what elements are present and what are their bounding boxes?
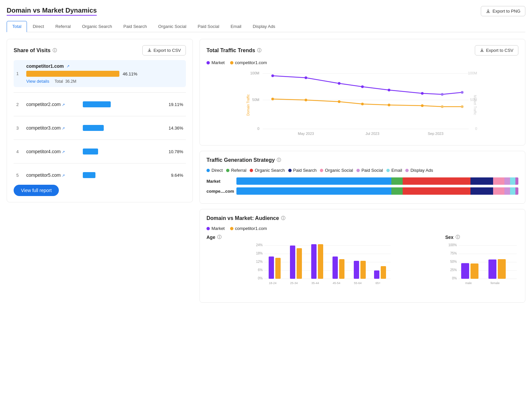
svg-text:25-34: 25-34: [290, 281, 298, 285]
ext-icon[interactable]: ↗: [62, 103, 65, 107]
strategy-legend-label: Organic Social: [325, 168, 353, 173]
svg-text:18%: 18%: [256, 252, 263, 255]
export-icon: [486, 9, 490, 14]
svg-rect-53: [360, 261, 366, 279]
strategy-segment: [391, 177, 403, 185]
view-details-link[interactable]: View details: [26, 79, 49, 84]
strategy-legend-label: Referral: [231, 168, 246, 173]
audience-title: Domain vs Market: Audience: [206, 215, 279, 221]
strategy-legend-label: Display Ads: [410, 168, 433, 173]
strategy-segment: [470, 187, 493, 195]
svg-text:Market Traffic: Market Traffic: [473, 95, 477, 115]
audience-legend-item-competitor1.com: competitor1.com: [230, 226, 267, 231]
strategy-dot: [250, 169, 253, 172]
tab-display-ads[interactable]: Display Ads: [247, 21, 281, 32]
svg-point-25: [441, 105, 444, 108]
svg-rect-50: [339, 259, 344, 279]
external-link-icon[interactable]: ↗: [66, 64, 69, 68]
ext-icon[interactable]: ↗: [62, 150, 65, 154]
svg-text:0: 0: [257, 127, 259, 131]
strategy-row-label: Market: [206, 179, 233, 184]
svg-rect-44: [297, 248, 302, 279]
strategy-legend-item-Display Ads: Display Ads: [405, 168, 433, 173]
strategy-legend-item-Paid Search: Paid Search: [288, 168, 317, 173]
tab-referral[interactable]: Referral: [50, 21, 76, 32]
strategy-dot: [356, 169, 360, 172]
strategy-segment: [510, 177, 516, 185]
trends-legend: Marketcompetitor1.com: [206, 60, 518, 65]
svg-text:0: 0: [475, 127, 477, 131]
strategy-info-icon[interactable]: ⓘ: [277, 157, 281, 163]
share-domain: competitor3.com ↗: [26, 125, 79, 131]
svg-rect-72: [498, 259, 506, 279]
age-chart: Age ⓘ 24% 18% 12% 6% 0%: [206, 234, 439, 296]
sex-info-icon[interactable]: ⓘ: [456, 234, 460, 240]
strategy-dot: [386, 169, 390, 172]
traffic-strategy-card: Traffic Generation Strategy ⓘ DirectRefe…: [200, 151, 525, 204]
share-info-icon[interactable]: ⓘ: [53, 48, 57, 53]
strategy-segment: [493, 177, 504, 185]
age-info-icon[interactable]: ⓘ: [217, 234, 221, 240]
strategy-bars: Marketcompe....com: [206, 177, 518, 195]
svg-text:6%: 6%: [258, 268, 263, 272]
export-png-button[interactable]: Export to PNG: [481, 6, 525, 16]
strategy-legend-label: Organic Search: [255, 168, 285, 173]
svg-text:Sep 2023: Sep 2023: [428, 132, 443, 136]
tab-direct[interactable]: Direct: [27, 21, 50, 32]
svg-point-15: [388, 89, 390, 91]
svg-text:May 2023: May 2023: [298, 132, 314, 136]
strategy-legend-label: Paid Social: [361, 168, 383, 173]
traffic-export-csv-button[interactable]: Export to CSV: [475, 45, 518, 55]
strategy-segment: [493, 187, 504, 195]
strategy-legend-label: Paid Search: [293, 168, 317, 173]
audience-dot: [206, 227, 210, 230]
strategy-legend-label: Direct: [211, 168, 223, 173]
share-pct: 19.11%: [165, 102, 183, 107]
strategy-legend-item-Referral: Referral: [226, 168, 246, 173]
audience-legend-label: competitor1.com: [235, 226, 267, 231]
share-export-csv-button[interactable]: Export to CSV: [142, 45, 186, 55]
ext-icon[interactable]: ↗: [62, 173, 65, 177]
tab-paid-search[interactable]: Paid Search: [118, 21, 153, 32]
strategy-segment: [504, 187, 510, 195]
tab-total[interactable]: Total: [7, 21, 27, 32]
traffic-trends-info-icon[interactable]: ⓘ: [257, 48, 261, 53]
share-domain: competitor1.com: [26, 63, 64, 69]
tab-organic-search[interactable]: Organic Search: [76, 21, 118, 32]
svg-rect-49: [332, 257, 338, 279]
sex-chart: Sex ⓘ 100% 75% 50% 25% 0%: [445, 234, 518, 296]
share-of-visits-title: Share of Visits: [14, 48, 51, 53]
age-bar-chart: 24% 18% 12% 6% 0%: [206, 242, 439, 295]
svg-text:100M: 100M: [250, 71, 259, 75]
svg-rect-52: [354, 261, 359, 279]
svg-rect-71: [488, 259, 496, 279]
share-rank: 4: [16, 149, 23, 154]
strategy-segment: [504, 177, 510, 185]
traffic-trends-chart: 100M 50M 0 100M 50M 0 Domain Traffic Mar…: [206, 68, 518, 138]
tab-email[interactable]: Email: [225, 21, 247, 32]
tab-organic-social[interactable]: Organic Social: [153, 21, 192, 32]
svg-rect-69: [470, 263, 478, 279]
svg-text:Jul 2023: Jul 2023: [365, 132, 379, 136]
legend-item-Market: Market: [206, 60, 225, 65]
legend-dot: [230, 61, 233, 64]
svg-point-19: [271, 98, 274, 100]
svg-text:female: female: [490, 281, 499, 285]
share-rank: 2: [16, 102, 23, 107]
tab-paid-social[interactable]: Paid Social: [192, 21, 225, 32]
view-full-report-button[interactable]: View full report: [14, 185, 59, 196]
audience-info-icon[interactable]: ⓘ: [281, 215, 285, 221]
legend-dot: [206, 61, 210, 64]
svg-text:12%: 12%: [256, 260, 263, 263]
svg-rect-68: [461, 263, 469, 279]
traffic-strategy-title: Traffic Generation Strategy: [206, 157, 275, 163]
svg-text:50%: 50%: [450, 260, 457, 263]
ext-icon[interactable]: ↗: [62, 126, 65, 130]
share-of-visits-card: Share of Visits ⓘ Export to CSV 1 compet…: [7, 39, 193, 202]
sex-bar-chart: 100% 75% 50% 25% 0%: [445, 242, 518, 295]
svg-point-17: [441, 93, 444, 96]
strategy-segment: [470, 177, 493, 185]
strategy-row-label: compe....com: [206, 189, 233, 194]
strategy-segment: [403, 177, 470, 185]
legend-item-competitor1.com: competitor1.com: [230, 60, 267, 65]
